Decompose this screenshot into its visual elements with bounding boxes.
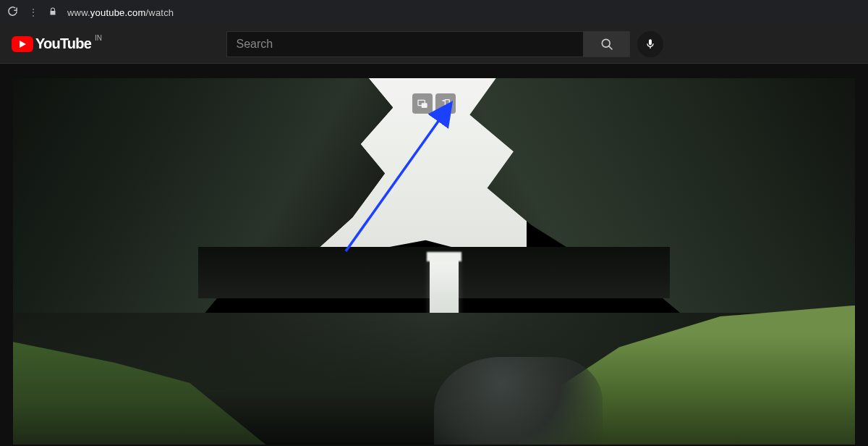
menu-dots-icon[interactable]: ⋮ bbox=[28, 7, 38, 18]
lock-icon bbox=[48, 6, 57, 19]
youtube-header: YouTube IN bbox=[0, 25, 868, 64]
search-bar bbox=[226, 31, 663, 57]
page-content bbox=[0, 64, 868, 445]
reload-icon[interactable] bbox=[7, 6, 18, 20]
extension-overlay-controls bbox=[412, 93, 456, 114]
voice-search-button[interactable] bbox=[637, 31, 663, 57]
search-icon bbox=[600, 37, 614, 51]
youtube-play-icon bbox=[12, 36, 33, 52]
youtube-wordmark: YouTube bbox=[35, 35, 91, 52]
pip-icon bbox=[417, 98, 428, 109]
svg-point-0 bbox=[602, 39, 610, 47]
country-code: IN bbox=[95, 34, 102, 42]
fit-icon bbox=[440, 98, 451, 109]
ext-pip-button[interactable] bbox=[412, 93, 433, 114]
ext-fit-button[interactable] bbox=[435, 93, 456, 114]
svg-line-1 bbox=[609, 46, 613, 49]
youtube-logo[interactable]: YouTube IN bbox=[12, 35, 102, 52]
svg-rect-3 bbox=[422, 104, 427, 107]
search-button[interactable] bbox=[584, 31, 630, 57]
video-frame-scene bbox=[13, 78, 855, 445]
svg-rect-4 bbox=[445, 100, 449, 108]
video-player[interactable] bbox=[13, 78, 855, 445]
search-input[interactable] bbox=[226, 31, 584, 57]
browser-address-bar: ⋮ www.youtube.com/watch bbox=[0, 0, 868, 25]
url-text[interactable]: www.youtube.com/watch bbox=[67, 7, 174, 18]
mic-icon bbox=[644, 38, 656, 50]
